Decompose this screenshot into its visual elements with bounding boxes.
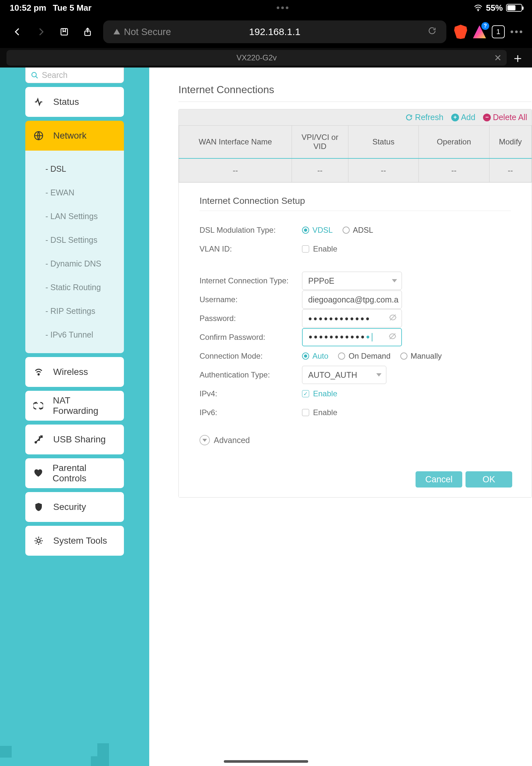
- reload-button[interactable]: [428, 26, 437, 38]
- library-button[interactable]: [56, 24, 72, 40]
- svg-point-8: [37, 539, 40, 542]
- sidebar-label: USB Sharing: [53, 434, 106, 445]
- activity-icon: [33, 96, 44, 107]
- gear-icon: [33, 535, 44, 546]
- password-input[interactable]: ●●●●●●●●●●●●: [302, 309, 402, 327]
- page-title: Internet Connections: [178, 84, 531, 102]
- conn-type-label: Internet Connection Type:: [199, 276, 302, 285]
- shield-icon: [33, 502, 44, 513]
- radio-on-demand[interactable]: On Demand: [338, 351, 390, 360]
- ipv6-label: IPv6:: [199, 408, 302, 417]
- status-time: 10:52 pm: [10, 3, 46, 13]
- auth-type-label: Authentication Type:: [199, 370, 302, 379]
- url-text: 192.168.1.1: [249, 26, 300, 37]
- sidebar-item-system-tools[interactable]: System Tools: [25, 526, 124, 556]
- chevron-down-icon: [199, 435, 210, 445]
- network-submenu: - DSL - EWAN - LAN Settings - DSL Settin…: [25, 151, 124, 353]
- auth-type-select[interactable]: AUTO_AUTH: [302, 366, 386, 384]
- home-indicator[interactable]: [224, 760, 308, 763]
- search-placeholder: Search: [42, 70, 67, 80]
- sidebar-item-status[interactable]: Status: [25, 87, 124, 117]
- vpn-extension-icon[interactable]: ?: [473, 25, 486, 38]
- ipv6-enable-checkbox[interactable]: [302, 409, 309, 416]
- heart-hands-icon: [33, 468, 43, 479]
- th-modify: Modify: [489, 126, 531, 159]
- sidebar-item-parental-controls[interactable]: Parental Controls: [25, 458, 124, 488]
- add-button[interactable]: + Add: [451, 113, 475, 122]
- vlan-enable-checkbox[interactable]: [302, 245, 309, 252]
- not-secure-label: Not Secure: [124, 27, 171, 37]
- ipv4-enable-checkbox[interactable]: [302, 390, 309, 397]
- search-input[interactable]: Search: [25, 67, 124, 83]
- subitem-lan-settings[interactable]: - LAN Settings: [25, 204, 124, 228]
- advanced-toggle[interactable]: Advanced: [199, 435, 511, 445]
- radio-adsl[interactable]: ADSL: [343, 225, 373, 235]
- brave-icon[interactable]: [454, 25, 467, 39]
- svg-rect-1: [61, 29, 67, 35]
- th-wan: WAN Interface Name: [179, 126, 292, 159]
- share-button[interactable]: [80, 24, 95, 40]
- table-row[interactable]: -- -- -- -- --: [179, 158, 532, 182]
- ok-button[interactable]: OK: [465, 471, 512, 488]
- address-bar[interactable]: Not Secure 192.168.1.1: [103, 20, 446, 43]
- svg-rect-7: [40, 436, 43, 438]
- subitem-static-routing[interactable]: - Static Routing: [25, 275, 124, 299]
- sidebar-item-network[interactable]: Network: [25, 121, 124, 151]
- subitem-dynamic-dns[interactable]: - Dynamic DNS: [25, 252, 124, 275]
- connections-panel: Refresh + Add − Delete All WAN Interface…: [178, 109, 532, 498]
- close-tab-button[interactable]: ✕: [494, 53, 502, 63]
- main-content: Internet Connections Refresh + Add − Del…: [149, 67, 532, 766]
- delete-all-button[interactable]: − Delete All: [483, 113, 527, 122]
- wifi-icon: [474, 5, 483, 11]
- subitem-dsl[interactable]: - DSL: [25, 157, 124, 181]
- back-button[interactable]: [10, 24, 25, 40]
- multitask-dots[interactable]: [277, 6, 288, 9]
- subitem-dsl-settings[interactable]: - DSL Settings: [25, 228, 124, 252]
- chevron-down-icon: [376, 373, 381, 376]
- svg-point-3: [32, 72, 36, 77]
- tab-count-button[interactable]: 1: [492, 25, 505, 38]
- chevron-down-icon: [392, 279, 397, 282]
- battery-icon: [506, 4, 522, 12]
- wifi-icon: [33, 366, 44, 377]
- radio-auto[interactable]: Auto: [302, 351, 328, 360]
- svg-point-5: [38, 374, 39, 375]
- username-input[interactable]: diegoagonca@tpg.com.a: [302, 290, 402, 309]
- sidebar-label: Wireless: [53, 367, 88, 377]
- sidebar-label: System Tools: [53, 536, 107, 546]
- more-menu-button[interactable]: [511, 30, 522, 33]
- sidebar-item-usb-sharing[interactable]: USB Sharing: [25, 425, 124, 455]
- sidebar-item-nat-forwarding[interactable]: NAT Forwarding: [25, 391, 124, 421]
- nat-icon: [33, 400, 44, 411]
- eye-off-icon[interactable]: [388, 332, 397, 342]
- th-operation: Operation: [419, 126, 489, 159]
- subitem-ewan[interactable]: - EWAN: [25, 181, 124, 204]
- forward-button[interactable]: [33, 24, 49, 40]
- sidebar-item-security[interactable]: Security: [25, 492, 124, 522]
- subitem-ipv6-tunnel[interactable]: - IPv6 Tunnel: [25, 323, 124, 346]
- battery-percent: 55%: [486, 3, 503, 13]
- cancel-button[interactable]: Cancel: [416, 471, 462, 488]
- connections-table: WAN Interface Name VPI/VCI or VID Status…: [179, 125, 532, 182]
- svg-point-0: [478, 10, 479, 11]
- browser-tab[interactable]: VX220-G2v ✕: [6, 50, 507, 66]
- th-vpi: VPI/VCI or VID: [292, 126, 348, 159]
- sidebar-label: Security: [53, 502, 86, 512]
- radio-manually[interactable]: Manually: [400, 351, 442, 360]
- status-date: Tue 5 Mar: [53, 3, 91, 13]
- sidebar: Search Status Network - DSL - EWAN - LAN…: [0, 67, 149, 766]
- subitem-rip-settings[interactable]: - RIP Settings: [25, 299, 124, 323]
- confirm-password-input[interactable]: ●●●●●●●●●●●●: [302, 328, 402, 346]
- tab-title: VX220-G2v: [236, 53, 277, 62]
- radio-vdsl[interactable]: VDSL: [302, 225, 333, 235]
- sidebar-label: NAT Forwarding: [53, 395, 116, 416]
- sidebar-item-wireless[interactable]: Wireless: [25, 357, 124, 387]
- vlan-enable-label: Enable: [313, 244, 337, 253]
- new-tab-button[interactable]: ＋: [510, 50, 526, 66]
- connection-setup-form: Internet Connection Setup DSL Modulation…: [179, 182, 532, 455]
- username-label: Username:: [199, 295, 302, 304]
- refresh-button[interactable]: Refresh: [405, 113, 443, 122]
- eye-off-icon[interactable]: [389, 313, 397, 323]
- globe-icon: [33, 130, 44, 141]
- connection-type-select[interactable]: PPPoE: [302, 272, 402, 290]
